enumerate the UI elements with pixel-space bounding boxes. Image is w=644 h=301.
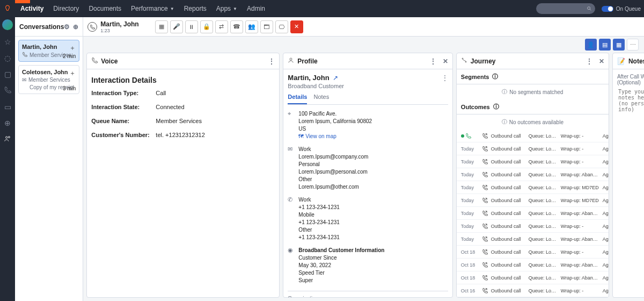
active-tab-indicator	[15, 0, 30, 3]
nav-item-documents[interactable]: Documents	[89, 5, 121, 12]
on-queue-label: On Queue	[616, 6, 641, 12]
chevron-down-icon: ▼	[170, 6, 174, 11]
nav-item-admin[interactable]: Admin	[247, 5, 265, 12]
global-search[interactable]	[536, 3, 595, 14]
nav-item-apps[interactable]: Apps▼	[216, 5, 237, 12]
chevron-down-icon: ▼	[233, 6, 237, 11]
top-nav: ActivityDirectoryDocumentsPerformance▼Re…	[0, 0, 644, 17]
svg-point-0	[588, 7, 590, 10]
toggle-icon	[602, 6, 613, 12]
nav-item-activity[interactable]: Activity	[20, 5, 43, 12]
brand-logo[interactable]	[0, 0, 15, 17]
nav-item-reports[interactable]: Reports	[184, 5, 207, 12]
on-queue-toggle[interactable]: On Queue	[602, 6, 641, 12]
nav-item-performance[interactable]: Performance▼	[131, 5, 174, 12]
nav-item-directory[interactable]: Directory	[53, 5, 79, 12]
